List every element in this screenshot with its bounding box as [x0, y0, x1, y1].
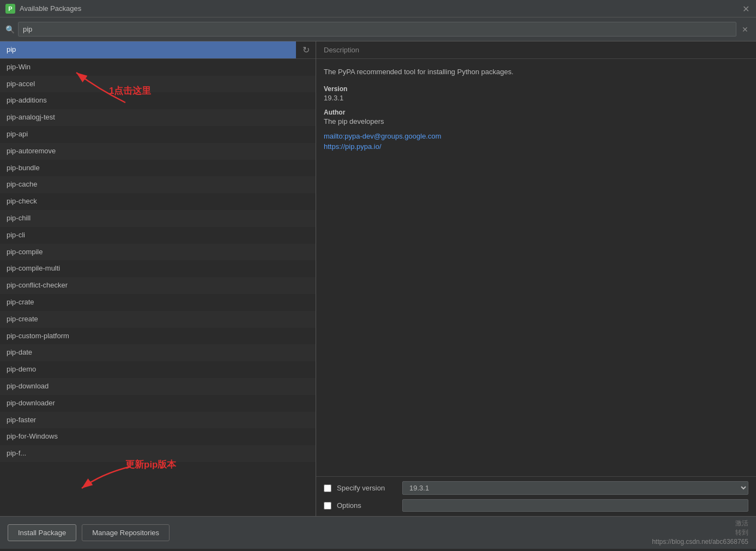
options-panel: Specify version 19.3.1 Options	[316, 476, 756, 516]
list-item[interactable]: pip-crate	[0, 294, 316, 311]
list-item[interactable]: pip-additions	[0, 92, 316, 109]
refresh-button[interactable]: ↻	[296, 45, 316, 55]
list-top-row: pip ↻	[0, 41, 316, 59]
install-package-button[interactable]: Install Package	[8, 524, 76, 541]
search-icon: 🔍	[5, 25, 15, 34]
options-checkbox[interactable]	[324, 502, 331, 510]
list-item[interactable]: pip-downloader	[0, 395, 316, 412]
list-item[interactable]: pip-Win	[0, 59, 316, 76]
description-body: The PyPA recommended tool for installing…	[316, 59, 756, 476]
close-button[interactable]: ✕	[742, 3, 749, 14]
list-item[interactable]: pip-chill	[0, 210, 316, 227]
footer: Install Package Manage Repositories 激活 转…	[0, 516, 756, 549]
package-list-scroll[interactable]: pip-Win pip-accel pip-additions pip-anal…	[0, 59, 316, 516]
version-select[interactable]: 19.3.1	[402, 481, 748, 495]
watermark-line2: 转到	[735, 528, 748, 537]
list-item[interactable]: pip-compile	[0, 244, 316, 261]
watermark-line1: 激活	[735, 519, 748, 528]
version-value: 19.3.1	[324, 94, 748, 102]
pip-link[interactable]: https://pip.pypa.io/	[324, 142, 748, 151]
author-label: Author	[324, 109, 748, 116]
list-item[interactable]: pip-compile-multi	[0, 260, 316, 277]
manage-repositories-button[interactable]: Manage Repositories	[82, 524, 170, 541]
main-content: pip ↻ pip-Win pip-accel pip-additions pi…	[0, 41, 756, 516]
list-item[interactable]: pip-api	[0, 126, 316, 143]
specify-version-label: Specify version	[337, 484, 397, 492]
description-text: The PyPA recommended tool for installing…	[324, 67, 748, 77]
mailto-link[interactable]: mailto:pypa-dev@groups.google.com	[324, 132, 748, 140]
search-input[interactable]	[18, 22, 736, 37]
list-item[interactable]: pip-custom-platform	[0, 328, 316, 345]
package-list-panel: pip ↻ pip-Win pip-accel pip-additions pi…	[0, 41, 316, 516]
author-value: The pip developers	[324, 117, 748, 125]
list-item[interactable]: pip-accel	[0, 76, 316, 93]
title-bar: P Available Packages ✕	[0, 0, 756, 17]
description-header: Description	[316, 41, 756, 59]
specify-version-row: Specify version 19.3.1	[324, 481, 748, 495]
search-clear-button[interactable]: ✕	[740, 25, 751, 34]
list-item[interactable]: pip-check	[0, 193, 316, 210]
version-label: Version	[324, 85, 748, 93]
app-icon: P	[5, 4, 15, 14]
list-item[interactable]: pip-download	[0, 378, 316, 395]
list-item[interactable]: pip-date	[0, 344, 316, 361]
search-bar: 🔍 ✕	[0, 17, 756, 41]
specify-version-checkbox[interactable]	[324, 484, 331, 492]
list-item[interactable]: pip-demo	[0, 361, 316, 378]
list-item[interactable]: pip-f...	[0, 445, 316, 462]
watermark: 激活 转到	[735, 519, 748, 537]
options-input[interactable]	[402, 499, 748, 512]
list-item[interactable]: pip-for-Windows	[0, 428, 316, 445]
options-row: Options	[324, 499, 748, 512]
list-item[interactable]: pip-cli	[0, 227, 316, 244]
description-panel: Description The PyPA recommended tool fo…	[316, 41, 756, 516]
options-label: Options	[337, 501, 397, 510]
list-item[interactable]: pip-analogj-test	[0, 109, 316, 126]
list-item[interactable]: pip-bundle	[0, 160, 316, 177]
package-item-pip[interactable]: pip	[0, 41, 296, 58]
list-item[interactable]: pip-conflict-checker	[0, 277, 316, 294]
list-item[interactable]: pip-autoremove	[0, 143, 316, 160]
list-item[interactable]: pip-cache	[0, 176, 316, 193]
title-bar-title: Available Packages	[20, 4, 81, 13]
list-item[interactable]: pip-faster	[0, 412, 316, 429]
watermark-url: https://blog.csdn.net/abc6368765	[652, 538, 748, 546]
list-item[interactable]: pip-create	[0, 311, 316, 328]
